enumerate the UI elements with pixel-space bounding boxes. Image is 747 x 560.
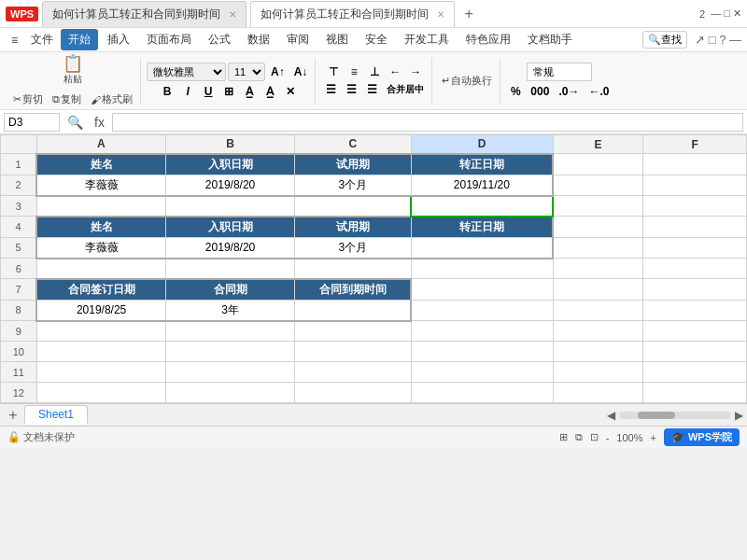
align-middle-button[interactable]: ≡ xyxy=(345,64,363,79)
cell-r12-cE[interactable] xyxy=(553,383,643,403)
row-number-10[interactable]: 10 xyxy=(1,342,37,362)
col-header-E[interactable]: E xyxy=(553,135,643,154)
cell-r12-cA[interactable] xyxy=(36,383,165,403)
cell-r4-cD[interactable]: 转正日期 xyxy=(411,217,553,238)
ribbon-tab-dev[interactable]: 开发工具 xyxy=(397,29,457,50)
row-number-2[interactable]: 2 xyxy=(1,175,37,196)
cell-r10-cC[interactable] xyxy=(295,342,411,362)
border-button[interactable]: ⊞ xyxy=(219,84,238,99)
align-bottom-button[interactable]: ⊥ xyxy=(365,64,384,79)
ribbon-tab-formula[interactable]: 公式 xyxy=(201,29,238,50)
cell-r11-cE[interactable] xyxy=(553,362,643,383)
cell-r4-cC[interactable]: 试用期 xyxy=(295,217,411,238)
row-number-3[interactable]: 3 xyxy=(1,196,37,217)
cell-r2-cB[interactable]: 2019/8/20 xyxy=(165,175,294,196)
cell-r7-cF[interactable] xyxy=(643,279,747,301)
doc-tab-2[interactable]: 如何计算员工转正和合同到期时间 ✕ xyxy=(250,1,455,27)
cell-r3-cD[interactable] xyxy=(411,196,553,217)
cell-r9-cE[interactable] xyxy=(553,321,643,342)
cell-r3-cC[interactable] xyxy=(295,196,411,217)
col-header-C[interactable]: C xyxy=(295,135,411,154)
cell-r5-cB[interactable]: 2019/8/20 xyxy=(165,237,294,259)
cell-r9-cD[interactable] xyxy=(411,321,553,342)
doc-tab-1[interactable]: 如何计算员工转正和合同到期时间 ✕ xyxy=(42,1,247,27)
view-normal-icon[interactable]: ⊞ xyxy=(559,431,568,443)
format-painter-button[interactable]: 🖌 格式刷 xyxy=(87,91,136,108)
cell-r8-cF[interactable] xyxy=(643,300,747,321)
cell-r4-cF[interactable] xyxy=(643,217,747,238)
cell-r4-cE[interactable] xyxy=(553,217,643,238)
col-header-B[interactable]: B xyxy=(165,135,294,154)
cell-r6-cB[interactable] xyxy=(165,259,294,279)
cell-r2-cF[interactable] xyxy=(643,175,747,196)
ribbon-tab-review[interactable]: 审阅 xyxy=(279,29,317,50)
copy-button[interactable]: ⧉ 复制 xyxy=(49,91,85,108)
font-color-button[interactable]: A̲ xyxy=(261,84,279,99)
row-number-4[interactable]: 4 xyxy=(1,217,37,238)
font-increase-button[interactable]: A↑ xyxy=(267,64,289,79)
cell-r12-cC[interactable] xyxy=(295,383,411,403)
cell-r9-cA[interactable] xyxy=(36,321,165,342)
ribbon-tab-special[interactable]: 特色应用 xyxy=(458,29,518,50)
cell-r7-cA[interactable]: 合同签订日期 xyxy=(36,279,165,301)
cell-r11-cD[interactable] xyxy=(411,362,553,383)
doc-tab-2-close[interactable]: ✕ xyxy=(437,9,444,20)
underline-button[interactable]: U xyxy=(199,84,218,99)
indent-inc-button[interactable]: → xyxy=(406,64,425,79)
sheet-add-button[interactable]: + xyxy=(4,406,22,425)
cell-r11-cF[interactable] xyxy=(643,362,747,383)
row-number-11[interactable]: 11 xyxy=(1,362,37,383)
col-header-F[interactable]: F xyxy=(643,135,747,154)
bold-button[interactable]: B xyxy=(158,84,176,99)
merge-center-button[interactable]: 合并居中 xyxy=(383,82,428,97)
cell-r1-cF[interactable] xyxy=(643,154,747,175)
cell-r1-cE[interactable] xyxy=(553,154,643,175)
search-box[interactable]: 🔍 查找 xyxy=(642,31,687,49)
new-tab-button[interactable]: + xyxy=(458,4,479,24)
cell-r12-cF[interactable] xyxy=(643,383,747,403)
cell-r5-cC[interactable]: 3个月 xyxy=(295,237,411,259)
align-top-button[interactable]: ⊤ xyxy=(324,64,343,79)
clear-button[interactable]: ✕ xyxy=(281,84,300,99)
row-number-9[interactable]: 9 xyxy=(1,321,37,342)
cell-r6-cE[interactable] xyxy=(553,259,643,279)
row-number-7[interactable]: 7 xyxy=(1,279,37,301)
cell-r4-cB[interactable]: 入职日期 xyxy=(165,217,294,238)
ribbon-tab-security[interactable]: 安全 xyxy=(358,29,395,50)
cell-r9-cF[interactable] xyxy=(643,321,747,342)
fill-color-button[interactable]: A̲ xyxy=(240,84,259,99)
col-header-D[interactable]: D xyxy=(411,135,553,154)
cell-r5-cA[interactable]: 李薇薇 xyxy=(36,237,165,259)
cell-r11-cC[interactable] xyxy=(295,362,411,383)
cell-r6-cC[interactable] xyxy=(295,259,411,279)
row-number-1[interactable]: 1 xyxy=(1,154,37,175)
cell-r10-cE[interactable] xyxy=(553,342,643,362)
sheet-tab-sheet1[interactable]: Sheet1 xyxy=(24,405,88,425)
decimal-dec-button[interactable]: ←.0 xyxy=(585,84,613,99)
doc-tab-1-close[interactable]: ✕ xyxy=(229,9,236,20)
cell-r8-cD[interactable] xyxy=(411,300,553,321)
cell-r12-cB[interactable] xyxy=(165,383,294,403)
cell-r2-cA[interactable]: 李薇薇 xyxy=(36,175,165,196)
cell-r2-cE[interactable] xyxy=(553,175,643,196)
row-number-8[interactable]: 8 xyxy=(1,300,37,321)
decimal-inc-button[interactable]: .0→ xyxy=(555,84,583,99)
ribbon-file-menu[interactable]: 文件 xyxy=(25,30,59,49)
cell-r1-cA[interactable]: 姓名 xyxy=(36,154,165,175)
zoom-out-icon[interactable]: - xyxy=(606,432,610,443)
cell-r10-cF[interactable] xyxy=(643,342,747,362)
cell-reference-box[interactable]: D3 xyxy=(4,113,60,132)
view-page-icon[interactable]: ⧉ xyxy=(575,431,583,443)
cell-r7-cC[interactable]: 合同到期时间 xyxy=(295,279,411,301)
cell-r8-cB[interactable]: 3年 xyxy=(165,300,294,321)
ribbon-menu-icon[interactable]: ≡ xyxy=(6,32,23,49)
cell-r8-cC[interactable] xyxy=(295,300,411,321)
indent-dec-button[interactable]: ← xyxy=(386,64,404,79)
ribbon-tab-insert[interactable]: 插入 xyxy=(100,29,137,50)
paste-button[interactable]: 📋 粘贴 xyxy=(59,53,87,88)
cell-r3-cA[interactable] xyxy=(36,196,165,217)
cell-r7-cD[interactable] xyxy=(411,279,553,301)
cell-r7-cE[interactable] xyxy=(553,279,643,301)
cell-r2-cC[interactable]: 3个月 xyxy=(295,175,411,196)
wps-academy-badge[interactable]: 🎓 WPS学院 xyxy=(664,428,740,446)
